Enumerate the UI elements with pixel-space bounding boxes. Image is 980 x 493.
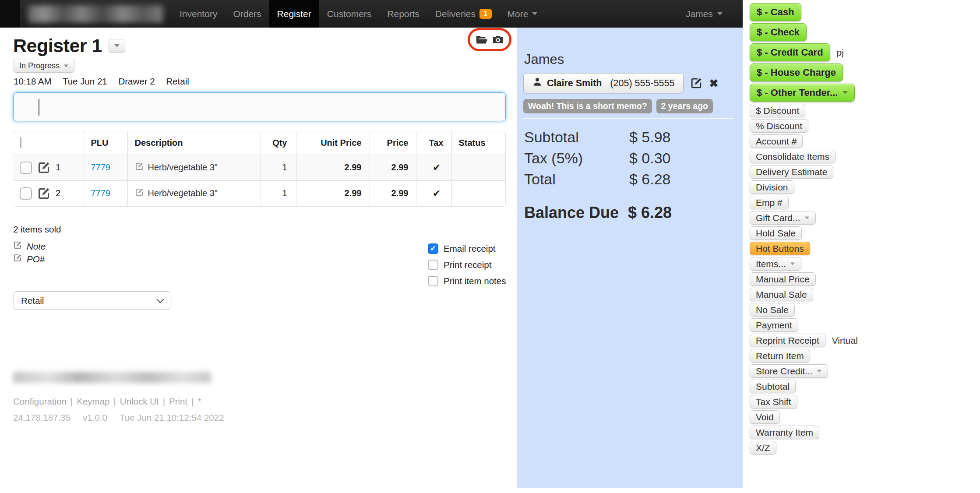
division-button[interactable]: Division: [750, 180, 794, 194]
edit-icon[interactable]: [135, 188, 144, 199]
dollar-discount-button[interactable]: $ Discount: [750, 104, 805, 117]
item-qty: 1: [261, 180, 296, 206]
no-sale-button[interactable]: No Sale: [750, 303, 795, 317]
sale-type-select[interactable]: Retail: [14, 291, 170, 310]
po-label: PO#: [27, 254, 45, 264]
plu-link[interactable]: 7779: [91, 162, 111, 172]
scan-input[interactable]: [14, 93, 505, 121]
camera-icon[interactable]: [492, 35, 504, 44]
col-header-plu: PLU: [84, 131, 127, 155]
edit-icon[interactable]: [37, 161, 50, 174]
footer-meta: 24.178.187.35v1.0.0Tue Jun 21 10:12:54 2…: [13, 412, 236, 423]
hold-sale-button[interactable]: Hold Sale: [750, 226, 802, 240]
print-item-notes-option: Print item notes: [428, 273, 506, 289]
tender-credit-card-button[interactable]: $ - Credit Card: [750, 43, 830, 61]
email-receipt-checkbox[interactable]: ✓: [428, 243, 438, 254]
edit-icon: [13, 254, 22, 264]
nav-item-customers[interactable]: Customers: [319, 0, 380, 28]
footer-link-configuration[interactable]: Configuration: [13, 396, 67, 406]
footer-link-print[interactable]: Print: [169, 396, 187, 406]
customer-row: Claire Smith (205) 555-5555 ✖: [523, 73, 718, 93]
table-header-row: PLU Description Qty Unit Price Price Tax…: [13, 131, 506, 155]
register-dropdown-button[interactable]: [109, 39, 125, 53]
nav-item-deliveries[interactable]: Deliveries 1: [427, 0, 500, 28]
return-item-button[interactable]: Return Item: [750, 349, 810, 363]
tender-cash-button[interactable]: $ - Cash: [750, 3, 801, 21]
manual-price-button[interactable]: Manual Price: [750, 272, 816, 286]
nav-item-register[interactable]: Register: [269, 0, 319, 28]
void-button[interactable]: Void: [750, 410, 780, 424]
navbar-left-block: [0, 0, 20, 28]
hot-buttons-sidebar: $ - Cash $ - Check $ - Credit Card pj $ …: [743, 0, 980, 493]
edit-icon[interactable]: [135, 162, 144, 173]
edit-icon: [13, 241, 22, 252]
row-checkbox[interactable]: [20, 187, 32, 200]
tender-other-button[interactable]: $ - Other Tender...: [750, 84, 855, 102]
gift-card-button[interactable]: Gift Card...: [750, 211, 816, 225]
note-field[interactable]: Note: [13, 241, 46, 252]
nav-item-more[interactable]: More: [500, 0, 546, 28]
reprint-receipt-button[interactable]: Reprint Receipt: [750, 334, 825, 347]
balance-due-row: Balance Due $ 6.28: [524, 204, 672, 222]
chevron-down-icon: [717, 12, 723, 15]
po-number-field[interactable]: PO#: [13, 254, 45, 264]
nav-item-inventory[interactable]: Inventory: [172, 0, 225, 28]
emp-number-button[interactable]: Emp #: [750, 196, 789, 209]
user-menu[interactable]: James: [686, 0, 723, 28]
warranty-item-button[interactable]: Warranty Item: [750, 426, 819, 439]
item-qty: 1: [261, 155, 296, 180]
plu-link[interactable]: 7779: [91, 188, 111, 198]
payment-button[interactable]: Payment: [750, 318, 798, 332]
store-credit-button[interactable]: Store Credit...: [750, 364, 828, 378]
items-button[interactable]: Items...: [750, 257, 801, 271]
subtotal-button[interactable]: Subtotal: [750, 380, 796, 393]
status-dropdown-button[interactable]: In Progress: [14, 59, 74, 73]
print-receipt-checkbox[interactable]: [428, 260, 438, 270]
hot-buttons-button[interactable]: Hot Buttons: [750, 242, 810, 255]
register-time: 10:18 AM: [14, 76, 52, 86]
clerk-name: James: [524, 52, 564, 67]
row-checkbox[interactable]: [20, 162, 32, 174]
register-date: Tue Jun 21: [63, 76, 107, 86]
item-price: 2.99: [370, 155, 416, 180]
manual-sale-button[interactable]: Manual Sale: [750, 288, 813, 301]
customer-name: Claire Smith: [547, 78, 602, 89]
page-title: Register 1: [13, 35, 102, 56]
col-header-price: Price: [370, 131, 416, 155]
divider: [523, 118, 734, 119]
tax-shift-button[interactable]: Tax Shift: [750, 395, 797, 408]
edit-icon[interactable]: [37, 187, 50, 200]
footer-version: v1.0.0: [83, 412, 107, 423]
footer-timestamp: Tue Jun 21 10:12:54 2022: [120, 412, 224, 423]
memo-row: Woah! This is a short memo? 2 years ago: [523, 99, 713, 113]
chevron-down-icon: [790, 263, 795, 265]
tender-house-charge-button[interactable]: $ - House Charge: [750, 63, 843, 81]
brand-logo-censored: [28, 5, 163, 23]
select-all-checkbox[interactable]: [20, 137, 21, 148]
consolidate-items-button[interactable]: Consolidate Items: [750, 150, 835, 163]
edit-customer-icon[interactable]: [690, 77, 702, 89]
tender-check-button[interactable]: $ - Check: [750, 23, 807, 41]
register-info-line: 10:18 AM Tue Jun 21 Drawer 2 Retail: [14, 76, 198, 87]
remove-customer-icon[interactable]: ✖: [709, 77, 718, 90]
row-number: 1: [56, 162, 60, 173]
customer-button[interactable]: Claire Smith (205) 555-5555: [523, 73, 684, 93]
account-number-button[interactable]: Account #: [750, 134, 803, 148]
xz-button[interactable]: X/Z: [750, 441, 776, 454]
percent-discount-button[interactable]: % Discount: [750, 119, 808, 133]
delivery-estimate-button[interactable]: Delivery Estimate: [750, 165, 833, 179]
scan-input-wrapper: [13, 92, 506, 121]
nav-item-reports[interactable]: Reports: [379, 0, 427, 28]
row-number: 2: [56, 188, 60, 198]
text-cursor: [39, 99, 39, 116]
tax-value: $ 0.30: [629, 150, 671, 167]
register-title-row: Register 1: [13, 35, 125, 56]
print-item-notes-checkbox[interactable]: [428, 276, 438, 286]
footer-link-keymap[interactable]: Keymap: [77, 396, 109, 406]
balance-due-label: Balance Due: [524, 204, 628, 222]
open-folder-icon[interactable]: [476, 35, 488, 45]
footer-link-asterisk[interactable]: *: [198, 396, 201, 406]
nav-item-orders[interactable]: Orders: [225, 0, 269, 28]
email-receipt-option: ✓ Email receipt: [428, 240, 506, 257]
footer-link-unlock-ui[interactable]: Unlock UI: [120, 396, 159, 406]
